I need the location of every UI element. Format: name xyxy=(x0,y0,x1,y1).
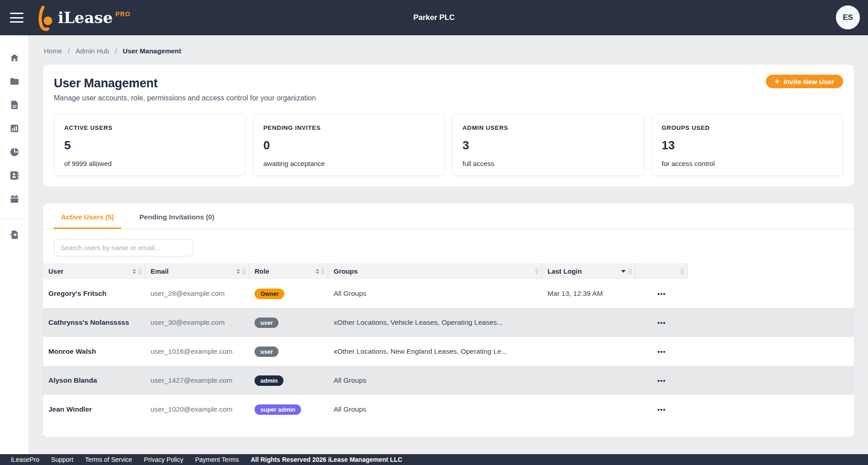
company-name: Parker PLC xyxy=(413,13,455,22)
role-badge: user xyxy=(255,318,278,328)
footer: iLeasePro Support Terms of Service Priva… xyxy=(0,454,868,465)
sidebar-item-sign-out[interactable] xyxy=(5,226,24,244)
sidebar-item-analytics[interactable] xyxy=(5,143,24,161)
page-header-card: User Management Manage user accounts, ro… xyxy=(43,65,854,187)
column-header-user[interactable]: User xyxy=(43,263,145,279)
sidebar-item-reports[interactable] xyxy=(5,119,24,138)
column-resize-handle[interactable] xyxy=(536,269,538,274)
hamburger-menu-icon[interactable] xyxy=(10,13,24,23)
cell-actions: ••• xyxy=(636,406,688,413)
cell-email: user_30@example.com xyxy=(145,318,249,327)
column-resize-handle[interactable] xyxy=(139,269,141,274)
column-header-last-login[interactable]: Last Login xyxy=(542,263,636,279)
sort-descending-icon xyxy=(621,270,626,273)
tab-active-users[interactable]: Active Users (5) xyxy=(54,204,121,229)
breadcrumb-admin-hub[interactable]: Admin Hub xyxy=(75,47,109,55)
cell-actions: ••• xyxy=(636,377,688,384)
sidebar-item-contacts[interactable] xyxy=(5,166,24,185)
sort-icon[interactable] xyxy=(316,269,319,274)
sidebar-item-folders[interactable] xyxy=(5,72,24,90)
role-badge: Owner xyxy=(255,289,284,299)
row-actions-menu-button[interactable]: ••• xyxy=(657,348,666,355)
table-row[interactable]: Gregory's Fritsch user_28@example.com Ow… xyxy=(43,279,854,308)
footer-link-payment-terms[interactable]: Payment Terms xyxy=(195,456,239,463)
stat-subtext: full access xyxy=(462,160,634,167)
footer-link-ileasepro[interactable]: iLeasePro xyxy=(11,456,39,463)
contacts-icon xyxy=(9,171,19,180)
sort-icon[interactable] xyxy=(132,269,136,274)
table-header-filler xyxy=(688,263,854,279)
role-badge: user xyxy=(255,346,278,357)
top-navbar: iLease PRO Parker PLC ES xyxy=(0,0,868,35)
table-header-row: User Email Role G xyxy=(43,263,854,279)
sign-out-icon xyxy=(9,230,19,240)
cell-user-name: Monroe Walsh xyxy=(43,347,145,356)
column-label: Email xyxy=(151,267,169,275)
cell-groups: xOther Locations, New England Leases, Op… xyxy=(328,347,542,356)
footer-link-privacy-policy[interactable]: Privacy Policy xyxy=(144,456,183,463)
column-label: Groups xyxy=(334,267,358,275)
breadcrumb-home[interactable]: Home xyxy=(44,47,62,55)
cell-role: admin xyxy=(249,375,328,386)
bar-chart-icon xyxy=(9,123,19,133)
row-actions-menu-button[interactable]: ••• xyxy=(657,290,666,297)
sidebar-item-calendar[interactable] xyxy=(5,190,24,208)
column-resize-handle[interactable] xyxy=(681,269,684,274)
row-actions-menu-button[interactable]: ••• xyxy=(657,406,666,413)
table-row[interactable]: Monroe Walsh user_1016@example.com user … xyxy=(43,337,854,366)
cell-role: user xyxy=(249,346,328,357)
stat-subtext: for access control xyxy=(662,160,833,167)
column-label: Role xyxy=(255,267,269,275)
cell-groups: All Groups xyxy=(328,405,542,413)
stat-subtext: awaiting acceptance xyxy=(264,160,435,167)
row-actions-menu-button[interactable]: ••• xyxy=(657,377,666,384)
document-icon xyxy=(9,100,19,110)
column-header-role[interactable]: Role xyxy=(249,263,328,279)
cell-actions: ••• xyxy=(636,290,688,297)
brand-logo[interactable]: iLease PRO xyxy=(36,4,131,31)
cell-role: Owner xyxy=(249,289,328,299)
row-actions-menu-button[interactable]: ••• xyxy=(657,319,666,326)
table-row[interactable]: Jean Windler user_1020@example.com super… xyxy=(43,395,854,424)
column-header-groups[interactable]: Groups xyxy=(328,263,542,279)
stat-label: ADMIN USERS xyxy=(462,124,634,131)
footer-link-terms-of-service[interactable]: Terms of Service xyxy=(85,456,132,463)
stats-row: ACTIVE USERS 5 of 9999 allowed PENDING I… xyxy=(54,114,843,176)
stat-card-pending-invites: PENDING INVITES 0 awaiting acceptance xyxy=(253,114,445,176)
column-resize-handle[interactable] xyxy=(322,269,324,274)
cell-groups: xOther Locations, Vehicle Leases, Operat… xyxy=(328,318,542,327)
calendar-icon xyxy=(9,194,19,204)
page-subtitle: Manage user accounts, role, permissions … xyxy=(54,94,843,102)
cell-user-name: Cathrynss's Nolansssss xyxy=(43,318,145,327)
footer-link-support[interactable]: Support xyxy=(51,456,73,463)
column-header-email[interactable]: Email xyxy=(145,263,249,279)
table-row[interactable]: Cathrynss's Nolansssss user_30@example.c… xyxy=(43,308,854,337)
cell-email: user_1020@example.com xyxy=(145,405,249,413)
table-row[interactable]: Alyson Blanda user_1427@example.com admi… xyxy=(43,366,854,395)
search-input[interactable] xyxy=(54,239,193,256)
user-avatar[interactable]: ES xyxy=(836,5,860,29)
users-table-card: Active Users (5) Pending Invitations (0)… xyxy=(43,204,854,437)
stat-label: GROUPS USED xyxy=(662,124,833,131)
column-resize-handle[interactable] xyxy=(629,269,632,274)
column-resize-handle[interactable] xyxy=(243,269,245,274)
stat-card-active-users: ACTIVE USERS 5 of 9999 allowed xyxy=(54,114,246,176)
stat-card-groups-used: GROUPS USED 13 for access control xyxy=(651,114,844,176)
footer-copyright: All Rights Reserved 2026 iLease Manageme… xyxy=(250,456,402,463)
sidebar-item-home[interactable] xyxy=(5,49,24,67)
breadcrumb-current: User Management xyxy=(123,47,181,55)
sort-icon[interactable] xyxy=(236,269,240,274)
stat-value: 13 xyxy=(662,138,833,152)
users-table: User Email Role G xyxy=(43,263,854,424)
sidebar-divider xyxy=(0,219,29,219)
cell-actions: ••• xyxy=(636,319,688,326)
stat-subtext: of 9999 allowed xyxy=(64,160,236,167)
stat-card-admin-users: ADMIN USERS 3 full access xyxy=(452,114,644,176)
invite-button-label: Invite New User xyxy=(783,78,834,85)
sidebar-item-documents[interactable] xyxy=(5,96,24,114)
tab-pending-invitations[interactable]: Pending Invitations (0) xyxy=(132,204,222,229)
stat-value: 3 xyxy=(462,138,634,152)
cell-groups: All Groups xyxy=(328,376,542,384)
cell-user-name: Alyson Blanda xyxy=(43,376,145,384)
invite-new-user-button[interactable]: + Invite New User xyxy=(766,75,843,88)
